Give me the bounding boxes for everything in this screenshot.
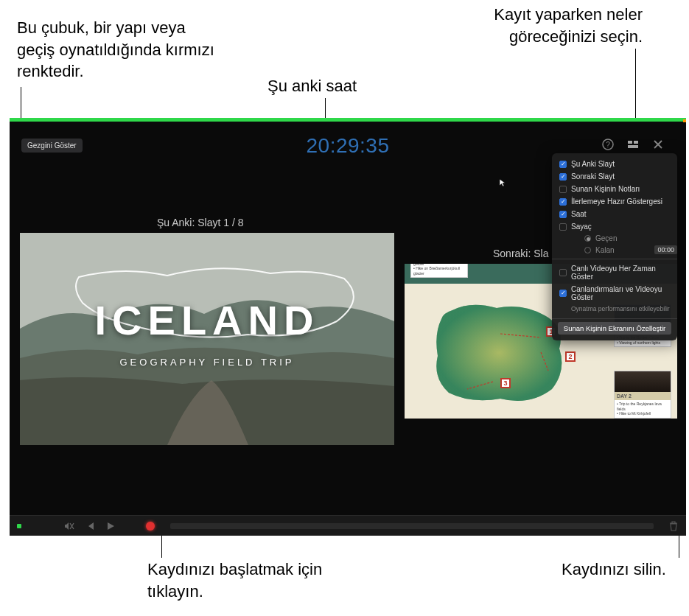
status-indicator: [683, 119, 686, 122]
mute-icon[interactable]: [64, 521, 74, 531]
next-slide-label: Sonraki: Sla: [493, 248, 548, 259]
callout-delete: Kaydınızı silin.: [562, 559, 666, 581]
close-icon[interactable]: [652, 139, 664, 150]
status-bar: [10, 118, 686, 122]
callout-menu: Kayıt yaparken neler göreceğinizi seçin.: [407, 4, 643, 47]
svg-rect-2: [628, 141, 632, 144]
svg-rect-4: [628, 145, 638, 148]
menu-always-show-video[interactable]: Canlı Videoyu Her Zaman Göster: [552, 262, 677, 283]
presenter-window: Gezgini Göster 20:29:35 ? Şu Anki: Slayt…: [10, 118, 686, 536]
callout-line: [21, 87, 21, 121]
slide-title: ICELAND: [95, 296, 320, 344]
help-icon[interactable]: ?: [602, 139, 614, 150]
map-shape: [427, 297, 570, 407]
svg-text:?: ?: [606, 141, 610, 149]
menu-presenter-notes[interactable]: Sunan Kişinin Notları: [552, 183, 677, 195]
previous-icon[interactable]: [85, 521, 95, 531]
layout-icon[interactable]: [627, 139, 639, 150]
menu-show-animations[interactable]: Canlandırmaları ve Videoyu Göster: [552, 283, 677, 304]
menu-timer-elapsed[interactable]: Geçen: [552, 233, 677, 244]
menu-timer[interactable]: Sayaç: [552, 220, 677, 233]
callout-bar: Bu çubuk, bir yapı veya geçiş oynatıldığ…: [17, 17, 216, 83]
display-options-menu: Şu Anki Slayt Sonraki Slayt Sunan Kişini…: [552, 153, 677, 340]
recording-toolbar: [10, 515, 686, 536]
menu-timer-remaining[interactable]: Kalan00:00: [552, 244, 677, 256]
day-marker-3: 3: [500, 378, 511, 388]
day-2-card: DAY 2 • Trip to the Reykjanes lava field…: [614, 371, 671, 419]
cursor-icon: [499, 178, 508, 187]
clock-display: 20:29:35: [307, 134, 390, 158]
show-navigator-button[interactable]: Gezgini Göster: [21, 139, 83, 153]
current-slide-label: Şu Anki: Slayt 1 / 8: [157, 217, 244, 228]
slide-subtitle: GEOGRAPHY FIELD TRIP: [119, 357, 294, 368]
callout-clock: Şu anki saat: [267, 75, 357, 97]
trash-icon[interactable]: [668, 521, 679, 531]
timeline-scrubber[interactable]: [170, 523, 654, 529]
day-3-card: DAY 3 • Trail across Sólheimajökull glac…: [410, 264, 468, 278]
menu-next-slide[interactable]: Sonraki Slayt: [552, 170, 677, 183]
svg-rect-3: [634, 141, 638, 144]
callout-record: Kaydınızı başlatmak için tıklayın.: [147, 559, 332, 602]
audio-level-indicator: [17, 524, 21, 528]
play-icon[interactable]: [105, 521, 116, 531]
menu-current-slide[interactable]: Şu Anki Slayt: [552, 158, 677, 170]
customize-display-button[interactable]: Sunan Kişinin Ekranını Özelleştir: [558, 322, 671, 335]
record-button[interactable]: [145, 521, 155, 531]
day-marker-2: 2: [565, 351, 576, 362]
menu-clock[interactable]: Saat: [552, 208, 677, 220]
current-slide-preview: ICELAND GEOGRAPHY FIELD TRIP: [20, 233, 394, 445]
menu-performance-note: Oynatma performansını etkileyebilir: [552, 304, 677, 315]
menu-ready-indicator[interactable]: İlerlemeye Hazır Göstergesi: [552, 195, 677, 208]
